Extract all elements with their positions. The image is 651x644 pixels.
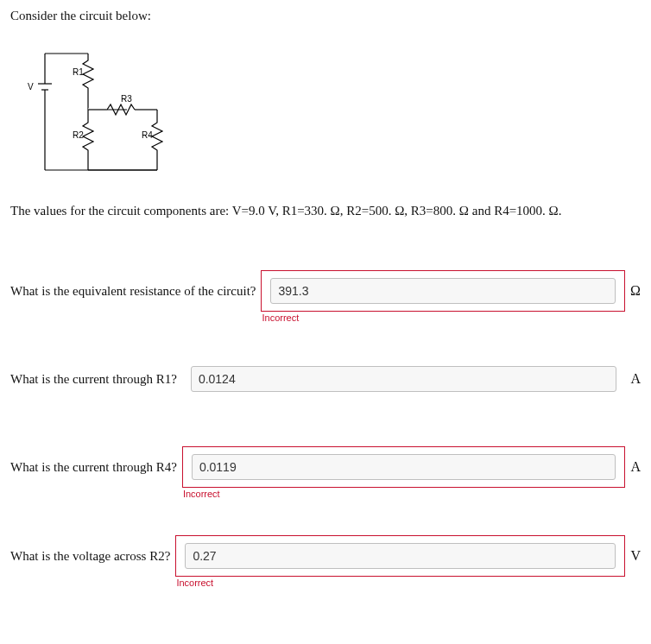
feedback-text: Incorrect xyxy=(183,489,220,499)
feedback-text: Incorrect xyxy=(176,578,213,588)
label-r4: R4 xyxy=(142,130,153,140)
circuit-diagram: V R1 R3 R2 R4 xyxy=(19,36,641,186)
answer-container: Incorrect xyxy=(175,535,625,577)
question-row: What is the equivalent resistance of the… xyxy=(10,270,641,312)
answer-input[interactable] xyxy=(192,454,616,480)
question-row: What is the voltage across R2? Incorrect… xyxy=(10,535,641,577)
answer-input[interactable] xyxy=(270,278,616,304)
unit-label: V xyxy=(625,548,641,564)
unit-label: Ω xyxy=(625,283,641,299)
answer-input[interactable] xyxy=(191,366,617,392)
question-label: What is the current through R1? xyxy=(10,372,182,387)
question-row: What is the current through R4? Incorrec… xyxy=(10,446,641,488)
answer-container xyxy=(182,359,626,399)
question-row: What is the current through R1? A xyxy=(10,359,641,399)
label-r1: R1 xyxy=(73,67,84,77)
unit-label: A xyxy=(625,459,641,475)
label-r2: R2 xyxy=(73,130,84,140)
question-label: What is the current through R4? xyxy=(10,460,182,475)
component-values-text: The values for the circuit components ar… xyxy=(10,204,641,218)
question-label: What is the voltage across R2? xyxy=(10,549,175,564)
answer-input[interactable] xyxy=(185,543,616,569)
answer-container: Incorrect xyxy=(261,270,625,312)
question-label: What is the equivalent resistance of the… xyxy=(10,284,261,299)
feedback-text: Incorrect xyxy=(262,313,299,323)
label-r3: R3 xyxy=(121,94,132,104)
intro-text: Consider the circuit below: xyxy=(10,9,641,23)
label-v: V xyxy=(28,82,34,92)
answer-container: Incorrect xyxy=(182,446,626,488)
unit-label: A xyxy=(625,371,641,387)
